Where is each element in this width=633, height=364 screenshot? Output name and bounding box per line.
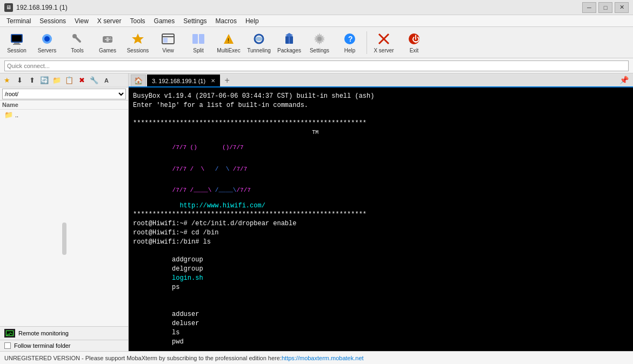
view-label: View — [162, 48, 174, 53]
tab-close-button[interactable]: ✕ — [211, 78, 215, 84]
sidebar-path: /root/ — [0, 87, 128, 100]
menu-tools[interactable]: Tools — [126, 16, 150, 26]
app-icon: 🖥 — [4, 3, 13, 12]
toolbar-session[interactable]: Session — [2, 29, 31, 57]
sidebar-copy-button[interactable]: 📋 — [63, 75, 75, 86]
menubar: Terminal Sessions View X server Tools Ga… — [0, 15, 633, 27]
sidebar-star-button[interactable]: ★ — [1, 75, 13, 86]
toolbar-settings[interactable]: Settings — [305, 29, 334, 57]
svg-rect-17 — [192, 34, 198, 44]
toolbar-multiexec[interactable]: ! MultiExec — [214, 29, 243, 57]
menu-xserver[interactable]: X server — [93, 16, 126, 26]
servers-label: Servers — [38, 48, 56, 53]
help-label: Help — [344, 48, 356, 53]
sidebar-upload-button[interactable]: ⬆ — [26, 75, 38, 86]
sessions-label: Sessions — [127, 48, 149, 53]
pin-icon[interactable]: 📌 — [617, 73, 631, 86]
remote-monitoring-button[interactable]: Remote monitoring — [0, 326, 128, 340]
menu-sessions[interactable]: Sessions — [35, 16, 70, 26]
menu-view[interactable]: View — [70, 16, 93, 26]
xserver-icon — [376, 31, 391, 46]
toolbar-tools[interactable]: Tools — [63, 29, 92, 57]
toolbar-exit[interactable]: ⏻ Exit — [399, 29, 429, 57]
maximize-button[interactable]: □ — [598, 2, 612, 13]
toolbar-tunneling[interactable]: Tunneling — [244, 29, 274, 57]
toolbar: Session Servers Tools Games Sessions Vie… — [0, 27, 633, 58]
terminal-line — [133, 110, 629, 119]
svg-rect-18 — [199, 34, 204, 44]
tools-icon — [70, 31, 85, 46]
menu-macros[interactable]: Macros — [211, 16, 241, 26]
sidebar-newfolder-button[interactable]: 📁 — [51, 75, 63, 86]
tab-label: 3. 192.168.199.1 (1) — [152, 78, 205, 84]
sidebar-path-select[interactable]: /root/ — [2, 89, 126, 99]
svg-rect-1 — [12, 35, 22, 42]
menu-games[interactable]: Games — [150, 16, 179, 26]
sidebar-toolbar: ★ ⬇ ⬆ 🔄 📁 📋 ✖ 🔧 A — [0, 73, 128, 87]
close-button[interactable]: ✕ — [615, 2, 629, 13]
home-tab[interactable]: 🏠 — [131, 75, 146, 86]
svg-text:?: ? — [348, 35, 353, 43]
statusbar: UNREGISTERED VERSION - Please support Mo… — [0, 351, 633, 364]
sidebar-settings-button[interactable]: 🔧 — [88, 75, 100, 86]
menu-settings[interactable]: Settings — [179, 16, 211, 26]
terminal-line: adduser deluser ls pwd — [133, 301, 629, 351]
minimize-button[interactable]: ─ — [582, 2, 596, 13]
sidebar-spacer — [0, 218, 128, 327]
help-icon: ? — [342, 31, 357, 46]
statusbar-text: UNREGISTERED VERSION - Please support Mo… — [4, 355, 282, 361]
terminal-line: /7/7 /____\ /____\/7/7 — [133, 180, 629, 201]
svg-text:⏻: ⏻ — [412, 35, 419, 43]
servers-icon — [39, 31, 55, 46]
sidebar-download-button[interactable]: ⬇ — [14, 75, 25, 86]
terminal-line: root@Hiwifi:~# cd /bin — [133, 228, 629, 238]
terminal-line: ****************************************… — [133, 119, 629, 128]
view-icon — [161, 31, 176, 46]
multiexec-icon: ! — [221, 31, 236, 46]
split-label: Split — [193, 48, 203, 53]
sessions-icon — [130, 31, 145, 46]
content-area: 🏠 3. 192.168.199.1 (1) ✕ + 📌 BusyBox v1.… — [129, 73, 633, 351]
exit-icon: ⏻ — [407, 31, 422, 46]
svg-rect-16 — [163, 38, 168, 43]
sidebar-refresh-button[interactable]: 🔄 — [38, 75, 50, 86]
svg-rect-15 — [162, 36, 174, 37]
session-icon — [9, 31, 24, 46]
split-icon — [191, 31, 206, 46]
window-controls: ─ □ ✕ — [582, 2, 629, 13]
svg-point-11 — [110, 37, 111, 39]
tools-label: Tools — [71, 48, 83, 53]
svg-rect-3 — [13, 44, 21, 45]
toolbar-games[interactable]: Games — [93, 29, 122, 57]
statusbar-link[interactable]: https://mobaxterm.mobatek.net — [282, 355, 364, 361]
menu-terminal[interactable]: Terminal — [2, 16, 35, 26]
terminal-container[interactable]: BusyBox v1.19.4 (2017-06-06 03:44:37 CST… — [129, 87, 633, 351]
list-item[interactable]: 📁 .. — [0, 110, 128, 120]
follow-terminal-checkbox[interactable] — [4, 342, 11, 349]
multiexec-label: MultiExec — [217, 48, 240, 53]
toolbar-servers[interactable]: Servers — [32, 29, 62, 57]
xserver-label: X server — [374, 48, 394, 53]
terminal[interactable]: BusyBox v1.19.4 (2017-06-06 03:44:37 CST… — [129, 87, 633, 351]
terminal-line: /7/7 / \ / \ /7/7 — [133, 159, 629, 180]
toolbar-sessions[interactable]: Sessions — [123, 29, 152, 57]
toolbar-view[interactable]: View — [154, 29, 183, 57]
folder-icon: 📁 — [4, 111, 13, 119]
quickconnect-input[interactable] — [4, 60, 629, 71]
titlebar: 🖥 192.168.199.1 (1) ─ □ ✕ — [0, 0, 633, 15]
sidebar-file-list: 📁 .. — [0, 110, 128, 218]
menu-help[interactable]: Help — [241, 16, 263, 26]
toolbar-help[interactable]: ? Help — [335, 29, 364, 57]
sidebar-text-button[interactable]: A — [101, 75, 112, 86]
sidebar-delete-button[interactable]: ✖ — [76, 75, 88, 86]
tab-192[interactable]: 3. 192.168.199.1 (1) ✕ — [147, 75, 220, 86]
toolbar-packages[interactable]: Packages — [275, 29, 304, 57]
terminal-line: TM — [133, 128, 629, 137]
tab-bar: 🏠 3. 192.168.199.1 (1) ✕ + 📌 — [129, 73, 633, 87]
toolbar-xserver[interactable]: X server — [369, 29, 398, 57]
tunneling-label: Tunneling — [247, 48, 271, 53]
toolbar-split[interactable]: Split — [184, 29, 213, 57]
tab-add-button[interactable]: + — [221, 75, 233, 86]
sidebar: ★ ⬇ ⬆ 🔄 📁 📋 ✖ 🔧 A /root/ Name 📁 .. — [0, 73, 129, 351]
svg-text:!: ! — [228, 38, 229, 44]
